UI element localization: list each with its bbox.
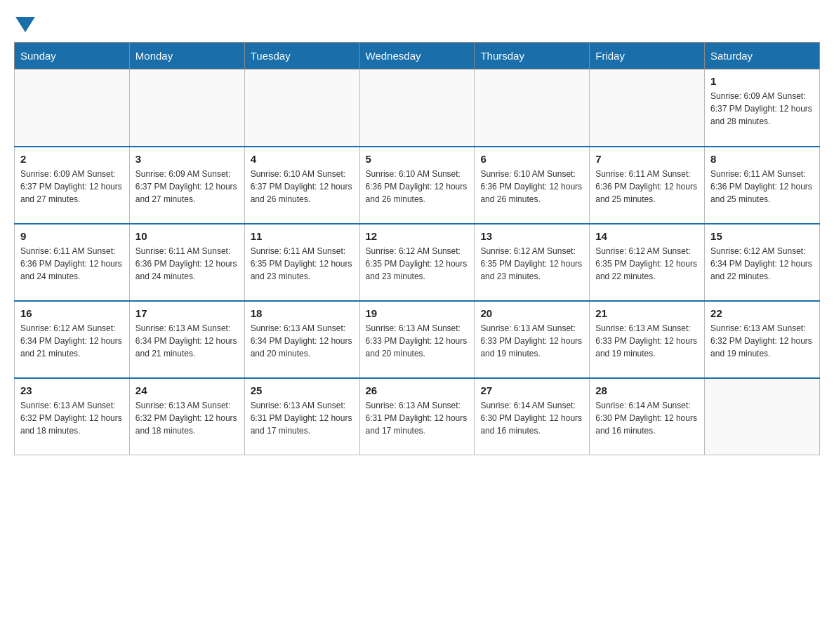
calendar-cell: 7Sunrise: 6:11 AM Sunset: 6:36 PM Daylig… [590,147,705,224]
day-info: Sunrise: 6:14 AM Sunset: 6:30 PM Dayligh… [480,399,583,437]
header-day-tuesday: Tuesday [244,43,359,69]
day-number: 28 [595,384,699,396]
day-info: Sunrise: 6:11 AM Sunset: 6:36 PM Dayligh… [595,168,699,206]
calendar-cell: 18Sunrise: 6:13 AM Sunset: 6:34 PM Dayli… [244,301,359,378]
day-info: Sunrise: 6:12 AM Sunset: 6:34 PM Dayligh… [20,322,124,360]
day-number: 7 [595,153,699,165]
calendar-cell: 2Sunrise: 6:09 AM Sunset: 6:37 PM Daylig… [15,147,130,224]
calendar-cell: 25Sunrise: 6:13 AM Sunset: 6:31 PM Dayli… [244,378,359,455]
day-info: Sunrise: 6:13 AM Sunset: 6:34 PM Dayligh… [135,322,239,360]
header-day-friday: Friday [590,43,705,69]
day-number: 24 [135,384,239,396]
day-info: Sunrise: 6:13 AM Sunset: 6:32 PM Dayligh… [135,399,239,437]
day-info: Sunrise: 6:13 AM Sunset: 6:32 PM Dayligh… [20,399,124,437]
day-info: Sunrise: 6:13 AM Sunset: 6:33 PM Dayligh… [480,322,583,360]
week-row-2: 2Sunrise: 6:09 AM Sunset: 6:37 PM Daylig… [15,147,820,224]
day-number: 4 [251,153,354,165]
calendar-cell [705,378,820,455]
calendar-cell: 8Sunrise: 6:11 AM Sunset: 6:36 PM Daylig… [705,147,820,224]
calendar-cell [129,69,244,147]
calendar-table: SundayMondayTuesdayWednesdayThursdayFrid… [14,42,820,455]
day-info: Sunrise: 6:13 AM Sunset: 6:34 PM Dayligh… [251,322,354,360]
page-header [14,14,820,31]
calendar-cell: 9Sunrise: 6:11 AM Sunset: 6:36 PM Daylig… [15,224,130,301]
day-info: Sunrise: 6:13 AM Sunset: 6:33 PM Dayligh… [366,322,469,360]
day-info: Sunrise: 6:09 AM Sunset: 6:37 PM Dayligh… [20,168,124,206]
calendar-cell: 11Sunrise: 6:11 AM Sunset: 6:35 PM Dayli… [244,224,359,301]
day-number: 11 [251,230,354,242]
week-row-1: 1Sunrise: 6:09 AM Sunset: 6:37 PM Daylig… [15,69,820,147]
calendar-cell: 22Sunrise: 6:13 AM Sunset: 6:32 PM Dayli… [705,301,820,378]
calendar-cell: 12Sunrise: 6:12 AM Sunset: 6:35 PM Dayli… [359,224,475,301]
calendar-cell: 27Sunrise: 6:14 AM Sunset: 6:30 PM Dayli… [475,378,590,455]
day-info: Sunrise: 6:09 AM Sunset: 6:37 PM Dayligh… [710,90,814,128]
calendar-cell: 10Sunrise: 6:11 AM Sunset: 6:36 PM Dayli… [129,224,244,301]
header-day-wednesday: Wednesday [359,43,475,69]
logo-triangle-icon [15,17,35,32]
day-info: Sunrise: 6:10 AM Sunset: 6:36 PM Dayligh… [366,168,469,206]
day-number: 21 [595,307,699,319]
day-info: Sunrise: 6:12 AM Sunset: 6:34 PM Dayligh… [710,245,814,283]
calendar-cell: 20Sunrise: 6:13 AM Sunset: 6:33 PM Dayli… [475,301,590,378]
day-number: 27 [480,384,583,396]
calendar-body: 1Sunrise: 6:09 AM Sunset: 6:37 PM Daylig… [15,69,820,455]
day-info: Sunrise: 6:12 AM Sunset: 6:35 PM Dayligh… [366,245,469,283]
day-info: Sunrise: 6:14 AM Sunset: 6:30 PM Dayligh… [595,399,699,437]
week-row-5: 23Sunrise: 6:13 AM Sunset: 6:32 PM Dayli… [15,378,820,455]
day-info: Sunrise: 6:12 AM Sunset: 6:35 PM Dayligh… [480,245,583,283]
day-number: 5 [366,153,469,165]
day-number: 23 [20,384,124,396]
day-number: 8 [710,153,814,165]
day-number: 22 [710,307,814,319]
calendar-cell: 19Sunrise: 6:13 AM Sunset: 6:33 PM Dayli… [359,301,475,378]
day-info: Sunrise: 6:11 AM Sunset: 6:36 PM Dayligh… [135,245,239,283]
header-day-monday: Monday [129,43,244,69]
calendar-cell: 17Sunrise: 6:13 AM Sunset: 6:34 PM Dayli… [129,301,244,378]
day-info: Sunrise: 6:13 AM Sunset: 6:31 PM Dayligh… [251,399,354,437]
day-number: 15 [710,230,814,242]
calendar-header: SundayMondayTuesdayWednesdayThursdayFrid… [15,43,820,69]
day-number: 16 [20,307,124,319]
day-number: 1 [710,75,814,87]
day-info: Sunrise: 6:13 AM Sunset: 6:31 PM Dayligh… [366,399,469,437]
calendar-cell: 1Sunrise: 6:09 AM Sunset: 6:37 PM Daylig… [705,69,820,147]
day-number: 2 [20,153,124,165]
calendar-cell: 14Sunrise: 6:12 AM Sunset: 6:35 PM Dayli… [590,224,705,301]
calendar-cell: 23Sunrise: 6:13 AM Sunset: 6:32 PM Dayli… [15,378,130,455]
day-number: 19 [366,307,469,319]
calendar-cell: 4Sunrise: 6:10 AM Sunset: 6:37 PM Daylig… [244,147,359,224]
calendar-cell: 6Sunrise: 6:10 AM Sunset: 6:36 PM Daylig… [475,147,590,224]
day-info: Sunrise: 6:09 AM Sunset: 6:37 PM Dayligh… [135,168,239,206]
day-info: Sunrise: 6:13 AM Sunset: 6:33 PM Dayligh… [595,322,699,360]
day-number: 14 [595,230,699,242]
calendar-cell: 16Sunrise: 6:12 AM Sunset: 6:34 PM Dayli… [15,301,130,378]
day-info: Sunrise: 6:11 AM Sunset: 6:35 PM Dayligh… [251,245,354,283]
day-info: Sunrise: 6:13 AM Sunset: 6:32 PM Dayligh… [710,322,814,360]
calendar-cell: 24Sunrise: 6:13 AM Sunset: 6:32 PM Dayli… [129,378,244,455]
day-number: 3 [135,153,239,165]
header-row: SundayMondayTuesdayWednesdayThursdayFrid… [15,43,820,69]
header-day-saturday: Saturday [705,43,820,69]
calendar-cell: 21Sunrise: 6:13 AM Sunset: 6:33 PM Dayli… [590,301,705,378]
day-info: Sunrise: 6:12 AM Sunset: 6:35 PM Dayligh… [595,245,699,283]
calendar-cell [475,69,590,147]
calendar-cell: 15Sunrise: 6:12 AM Sunset: 6:34 PM Dayli… [705,224,820,301]
day-info: Sunrise: 6:11 AM Sunset: 6:36 PM Dayligh… [20,245,124,283]
calendar-cell [244,69,359,147]
day-info: Sunrise: 6:11 AM Sunset: 6:36 PM Dayligh… [710,168,814,206]
logo [14,14,35,31]
day-info: Sunrise: 6:10 AM Sunset: 6:36 PM Dayligh… [480,168,583,206]
day-number: 10 [135,230,239,242]
day-number: 17 [135,307,239,319]
calendar-cell: 13Sunrise: 6:12 AM Sunset: 6:35 PM Dayli… [475,224,590,301]
day-number: 13 [480,230,583,242]
day-number: 26 [366,384,469,396]
calendar-cell [359,69,475,147]
header-day-sunday: Sunday [15,43,130,69]
day-number: 20 [480,307,583,319]
week-row-4: 16Sunrise: 6:12 AM Sunset: 6:34 PM Dayli… [15,301,820,378]
calendar-cell [590,69,705,147]
day-number: 6 [480,153,583,165]
calendar-cell: 28Sunrise: 6:14 AM Sunset: 6:30 PM Dayli… [590,378,705,455]
day-number: 9 [20,230,124,242]
